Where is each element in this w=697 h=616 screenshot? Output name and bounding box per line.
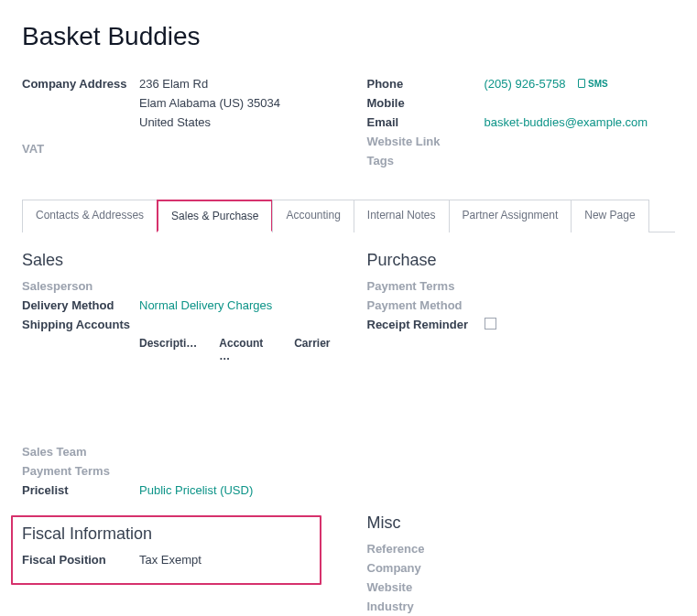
industry-label: Industry [367, 600, 485, 613]
shipping-table-header: Descripti… Account … Carrier [139, 337, 331, 362]
payment-terms-label: Payment Terms [22, 464, 139, 478]
tab-bar: Contacts & Addresses Sales & Purchase Ac… [22, 199, 675, 232]
phone-label: Phone [367, 77, 485, 91]
tab-new-page[interactable]: New Page [571, 200, 648, 232]
pricelist-label: Pricelist [22, 483, 139, 497]
company-address-label: Company Address [22, 77, 139, 91]
tab-contacts[interactable]: Contacts & Addresses [22, 200, 158, 232]
header-info: Company Address 236 Elam Rd Elam Alabama… [22, 77, 675, 173]
purchase-payment-method-label: Payment Method [367, 298, 485, 312]
tab-content: Sales Salesperson Delivery Method Normal… [22, 251, 675, 616]
website-link-label: Website Link [367, 135, 485, 148]
receipt-reminder-checkbox[interactable] [485, 318, 496, 330]
address-line2: Elam Alabama (US) 35034 [139, 96, 331, 110]
company-label: Company [367, 561, 485, 575]
misc-website-label: Website [367, 580, 485, 594]
vat-label: VAT [22, 142, 139, 156]
tags-label: Tags [367, 154, 485, 168]
delivery-method-value[interactable]: Normal Delivery Charges [139, 298, 272, 312]
col-description: Descripti… [139, 337, 197, 362]
tab-partner-assignment[interactable]: Partner Assignment [449, 200, 572, 232]
salesperson-label: Salesperson [22, 279, 139, 293]
reference-label: Reference [367, 542, 485, 556]
receipt-reminder-label: Receipt Reminder [367, 318, 485, 331]
misc-heading: Misc [367, 513, 676, 533]
mobile-label: Mobile [367, 96, 485, 110]
address-line3: United States [139, 115, 331, 129]
col-carrier: Carrier [294, 337, 330, 362]
fiscal-position-value: Tax Exempt [139, 553, 201, 567]
pricelist-value[interactable]: Public Pricelist (USD) [139, 483, 253, 497]
fiscal-heading: Fiscal Information [22, 524, 310, 544]
sales-team-label: Sales Team [22, 445, 139, 459]
sales-heading: Sales [22, 251, 331, 270]
sms-label: SMS [588, 79, 608, 89]
purchase-heading: Purchase [367, 251, 676, 270]
mobile-icon [578, 79, 585, 88]
tab-accounting[interactable]: Accounting [272, 200, 354, 232]
col-account: Account … [219, 337, 272, 362]
sms-button[interactable]: SMS [578, 79, 608, 89]
shipping-accounts-label: Shipping Accounts [22, 318, 139, 331]
tab-sales-purchase[interactable]: Sales & Purchase [157, 200, 273, 232]
tab-internal-notes[interactable]: Internal Notes [354, 200, 450, 232]
phone-value[interactable]: (205) 926-5758 [485, 77, 566, 91]
email-label: Email [367, 115, 485, 129]
purchase-payment-terms-label: Payment Terms [367, 279, 485, 293]
page-title: Basket Buddies [22, 22, 675, 51]
fiscal-position-label: Fiscal Position [22, 553, 139, 567]
delivery-method-label: Delivery Method [22, 298, 139, 312]
fiscal-highlight: Fiscal Information Fiscal Position Tax E… [11, 515, 321, 585]
email-value[interactable]: basket-buddies@example.com [485, 115, 648, 129]
address-line1: 236 Elam Rd [139, 77, 331, 91]
